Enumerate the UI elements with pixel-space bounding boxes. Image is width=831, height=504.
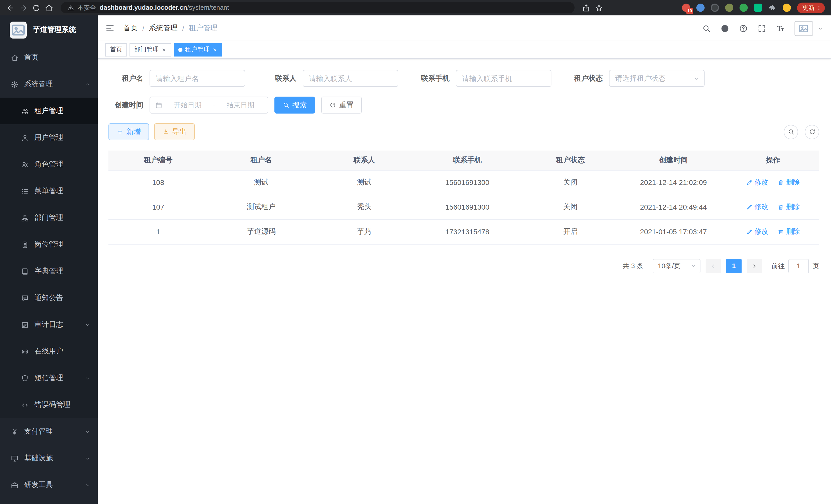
delete-link[interactable]: 删除	[778, 178, 800, 187]
cell-status: 关闭	[521, 170, 620, 195]
sidebar-item-menu[interactable]: 菜单管理	[0, 178, 98, 205]
fullscreen-icon[interactable]	[757, 24, 766, 33]
cell-created: 2021-12-14 20:49:44	[620, 195, 727, 219]
phone-input[interactable]	[456, 70, 551, 87]
delete-link[interactable]: 删除	[778, 202, 800, 212]
col-created: 创建时间	[620, 151, 727, 170]
url-text: dashboard.yudao.iocoder.cn/system/tenant	[100, 4, 229, 11]
edit-link[interactable]: 修改	[746, 227, 768, 236]
browser-back-icon[interactable]	[6, 3, 15, 12]
phone-label: 联系手机	[415, 74, 450, 83]
sidebar-collapse-icon[interactable]	[105, 24, 115, 33]
help-icon[interactable]	[739, 24, 748, 33]
chevron-down-icon	[85, 429, 90, 435]
toolbox-icon	[11, 481, 19, 489]
sidebar-item-online-users[interactable]: 在线用户	[0, 338, 98, 365]
reset-button[interactable]: 重置	[321, 97, 362, 114]
sidebar-item-label: 短信管理	[34, 374, 63, 383]
add-button[interactable]: 新增	[109, 123, 149, 140]
extension-icon-5[interactable]	[740, 4, 748, 12]
sidebar-item-sms[interactable]: 短信管理	[0, 365, 98, 391]
chevron-down-icon	[85, 375, 90, 381]
sidebar-item-error-code[interactable]: 错误码管理	[0, 391, 98, 418]
tab-tenant[interactable]: 租户管理	[174, 43, 222, 56]
search-button[interactable]: 搜索	[275, 97, 315, 114]
extension-icon-4[interactable]	[725, 4, 733, 12]
contact-input[interactable]	[303, 70, 398, 87]
sidebar-item-role[interactable]: 角色管理	[0, 151, 98, 178]
create-time-label: 创建时间	[109, 100, 143, 110]
user-menu[interactable]	[795, 21, 823, 36]
sidebar-item-notice[interactable]: 通知公告	[0, 285, 98, 312]
goto-page-input[interactable]	[789, 259, 809, 273]
sidebar-item-tenant[interactable]: 租户管理	[0, 98, 98, 124]
page-size-select[interactable]: 10条/页	[653, 259, 700, 273]
sidebar-item-dev-tools[interactable]: 研发工具	[0, 472, 98, 498]
sidebar-item-infra[interactable]: 基础设施	[0, 445, 98, 472]
sidebar-item-user[interactable]: 用户管理	[0, 124, 98, 151]
edit-link[interactable]: 修改	[746, 178, 768, 187]
tenant-name-input[interactable]	[149, 70, 245, 87]
extension-icon-6[interactable]	[754, 4, 762, 12]
date-end-placeholder: 结束日期	[219, 100, 263, 110]
sidebar-item-dept[interactable]: 部门管理	[0, 205, 98, 231]
font-size-icon[interactable]	[776, 24, 785, 33]
sidebar-item-system[interactable]: 系统管理	[0, 71, 98, 98]
tab-home[interactable]: 首页	[105, 43, 127, 56]
browser-chrome: 不安全 dashboard.yudao.iocoder.cn/system/te…	[0, 0, 831, 16]
tab-label: 租户管理	[185, 45, 210, 54]
edit-link[interactable]: 修改	[746, 202, 768, 212]
chevron-down-icon	[85, 455, 90, 461]
browser-forward-icon[interactable]	[19, 3, 28, 12]
refresh-table-button[interactable]	[805, 125, 819, 139]
extension-icon-2[interactable]	[696, 4, 705, 12]
extensions-puzzle-icon[interactable]	[768, 4, 776, 12]
prev-page-button[interactable]	[706, 259, 721, 273]
caret-down-icon	[818, 25, 823, 31]
col-status: 租户状态	[521, 151, 620, 170]
tab-label: 首页	[110, 45, 122, 54]
screen: 不安全 dashboard.yudao.iocoder.cn/system/te…	[0, 0, 831, 504]
app-logo-row[interactable]: 芋道管理系统	[0, 16, 98, 44]
close-icon[interactable]	[161, 47, 167, 52]
sidebar-item-home[interactable]: 首页	[0, 44, 98, 71]
delete-link[interactable]: 删除	[778, 227, 800, 236]
chevron-down-icon	[85, 482, 90, 488]
status-select[interactable]: 请选择租户状态	[609, 70, 705, 87]
sidebar-item-label: 字典管理	[34, 267, 63, 276]
cell-name: 测试	[208, 170, 315, 195]
browser-reload-icon[interactable]	[32, 3, 40, 12]
cell-status: 关闭	[521, 195, 620, 219]
shield-icon	[21, 374, 29, 382]
next-page-button[interactable]	[747, 259, 762, 273]
extension-icon-1[interactable]: 10	[682, 4, 690, 12]
browser-home-icon[interactable]	[45, 3, 53, 12]
chevron-up-icon	[85, 82, 90, 87]
extension-icon-3[interactable]	[711, 4, 719, 12]
sidebar-item-audit-log[interactable]: 审计日志	[0, 312, 98, 338]
toggle-search-button[interactable]	[784, 125, 798, 139]
browser-update-button[interactable]: 更新	[797, 2, 825, 13]
search-icon	[283, 102, 289, 109]
address-bar[interactable]: 不安全 dashboard.yudao.iocoder.cn/system/te…	[61, 2, 575, 13]
goto-label: 前往	[771, 261, 785, 270]
sidebar-item-dict[interactable]: 字典管理	[0, 258, 98, 285]
sidebar-item-post[interactable]: 岗位管理	[0, 231, 98, 258]
page-number-1[interactable]: 1	[726, 259, 742, 273]
cell-actions: 修改 删除	[727, 219, 819, 244]
github-icon[interactable]	[720, 24, 729, 33]
bookmark-star-icon[interactable]	[595, 3, 603, 12]
breadcrumb-system[interactable]: 系统管理	[149, 24, 177, 33]
breadcrumb-home[interactable]: 首页	[123, 24, 138, 33]
trash-icon	[778, 179, 784, 185]
home-icon	[11, 54, 19, 61]
close-icon[interactable]	[212, 47, 218, 52]
export-button[interactable]: 导出	[154, 123, 195, 140]
search-icon[interactable]	[702, 24, 711, 33]
profile-avatar-icon[interactable]	[783, 4, 791, 12]
sidebar-item-payment[interactable]: 支付管理	[0, 418, 98, 445]
date-range-picker[interactable]: 开始日期 - 结束日期	[149, 97, 268, 114]
contact-label: 联系人	[262, 74, 296, 83]
tab-dept[interactable]: 部门管理	[130, 43, 171, 56]
share-icon[interactable]	[582, 3, 591, 12]
